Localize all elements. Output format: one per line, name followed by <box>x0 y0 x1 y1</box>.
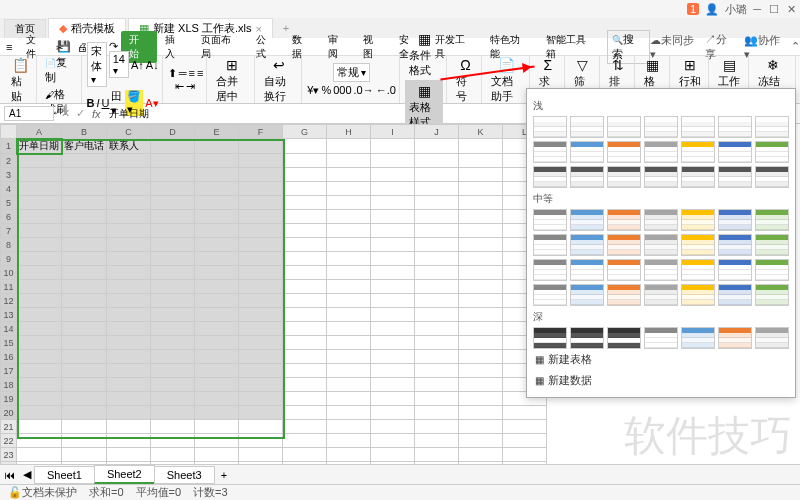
collapse-ribbon-icon[interactable]: ⌃ <box>791 40 800 53</box>
style-thumb[interactable] <box>533 209 567 231</box>
style-thumb[interactable] <box>570 259 604 281</box>
align-left-icon[interactable]: ≡ <box>188 67 194 79</box>
style-thumb[interactable] <box>681 166 715 188</box>
copy-button[interactable]: 📄复制 <box>42 54 78 86</box>
style-thumb[interactable] <box>681 141 715 163</box>
style-thumb[interactable] <box>533 284 567 306</box>
currency-icon[interactable]: ¥▾ <box>307 84 319 97</box>
cut-button[interactable]: ✂ <box>53 42 67 54</box>
fx-icon[interactable]: fx <box>88 108 105 120</box>
style-thumb[interactable] <box>607 166 641 188</box>
style-thumb[interactable] <box>607 141 641 163</box>
sheet-tab-2[interactable]: Sheet2 <box>94 465 155 484</box>
add-sheet[interactable]: + <box>215 469 233 481</box>
doc-helper-button[interactable]: 📄文档助手 <box>487 54 525 106</box>
wrap-button[interactable]: ↩自动换行 <box>260 54 298 106</box>
style-thumb[interactable] <box>644 166 678 188</box>
style-thumb[interactable] <box>607 234 641 256</box>
merge-button[interactable]: ⊞合并居中 <box>212 54 250 106</box>
style-thumb[interactable] <box>533 259 567 281</box>
comma-icon[interactable]: 000 <box>333 84 351 96</box>
cancel-icon[interactable]: ✕ <box>58 107 73 120</box>
style-thumb[interactable] <box>718 209 752 231</box>
confirm-icon[interactable]: ✓ <box>73 107 88 120</box>
style-thumb[interactable] <box>644 327 678 349</box>
style-thumb[interactable] <box>570 141 604 163</box>
style-thumb[interactable] <box>570 284 604 306</box>
style-thumb[interactable] <box>755 141 789 163</box>
align-top-icon[interactable]: ⬆ <box>168 67 177 80</box>
style-thumb[interactable] <box>607 259 641 281</box>
paste-button[interactable]: 📋粘贴 <box>7 54 33 106</box>
style-thumb[interactable] <box>644 141 678 163</box>
style-thumb[interactable] <box>644 234 678 256</box>
style-thumb[interactable] <box>681 116 715 138</box>
style-thumb[interactable] <box>570 166 604 188</box>
style-thumb[interactable] <box>718 259 752 281</box>
close-icon[interactable]: ✕ <box>787 3 796 16</box>
size-select[interactable]: 14 ▾ <box>109 51 129 78</box>
name-box[interactable] <box>4 106 54 121</box>
condfmt-button[interactable]: ▦条件格式 <box>405 28 443 80</box>
tab-template[interactable]: ◆稻壳模板 <box>48 18 126 38</box>
style-thumb[interactable] <box>570 327 604 349</box>
min-icon[interactable]: ─ <box>753 3 761 16</box>
increase-font-icon[interactable]: A↑ <box>131 59 144 71</box>
style-thumb[interactable] <box>681 234 715 256</box>
style-thumb[interactable] <box>607 116 641 138</box>
percent-icon[interactable]: % <box>321 84 331 96</box>
indent-inc-icon[interactable]: ⇥ <box>186 80 195 93</box>
style-thumb[interactable] <box>755 327 789 349</box>
style-thumb[interactable] <box>644 284 678 306</box>
style-thumb[interactable] <box>570 234 604 256</box>
new-data-link[interactable]: ▦ 新建数据 <box>533 370 789 391</box>
align-mid-icon[interactable]: ═ <box>179 67 187 79</box>
style-thumb[interactable] <box>607 284 641 306</box>
style-thumb[interactable] <box>644 209 678 231</box>
tab-nav-prev[interactable]: ◀ <box>19 468 35 481</box>
style-thumb[interactable] <box>718 141 752 163</box>
style-thumb[interactable] <box>533 141 567 163</box>
style-thumb[interactable] <box>681 284 715 306</box>
tab-nav-first[interactable]: ⏮ <box>0 469 19 481</box>
dec-inc-icon[interactable]: .0→ <box>354 84 374 96</box>
menu-icon[interactable]: ≡ <box>0 41 18 53</box>
style-thumb[interactable] <box>570 209 604 231</box>
style-thumb[interactable] <box>644 259 678 281</box>
style-thumb[interactable] <box>533 116 567 138</box>
max-icon[interactable]: ☐ <box>769 3 779 16</box>
user-avatar[interactable]: 👤 <box>705 3 719 16</box>
font-select[interactable]: 宋体 ▾ <box>87 42 107 87</box>
numfmt-select[interactable]: 常规 ▾ <box>333 63 371 82</box>
style-thumb[interactable] <box>718 284 752 306</box>
style-thumb[interactable] <box>718 116 752 138</box>
style-thumb[interactable] <box>755 259 789 281</box>
align-center-icon[interactable]: ≡ <box>197 67 203 79</box>
decrease-font-icon[interactable]: A↓ <box>146 59 159 71</box>
sheet-tab-1[interactable]: Sheet1 <box>34 466 95 484</box>
style-thumb[interactable] <box>533 327 567 349</box>
style-thumb[interactable] <box>681 327 715 349</box>
new-table-link[interactable]: ▦ 新建表格 <box>533 349 789 370</box>
style-thumb[interactable] <box>718 166 752 188</box>
symbol-button[interactable]: Ω符号 <box>452 54 478 106</box>
style-thumb[interactable] <box>755 284 789 306</box>
indent-dec-icon[interactable]: ⇤ <box>175 80 184 93</box>
style-thumb[interactable] <box>533 234 567 256</box>
style-thumb[interactable] <box>755 166 789 188</box>
sheet-tab-3[interactable]: Sheet3 <box>154 466 215 484</box>
style-thumb[interactable] <box>570 116 604 138</box>
style-thumb[interactable] <box>533 166 567 188</box>
style-thumb[interactable] <box>718 327 752 349</box>
style-thumb[interactable] <box>718 234 752 256</box>
dec-dec-icon[interactable]: ←.0 <box>376 84 396 96</box>
style-thumb[interactable] <box>755 234 789 256</box>
spreadsheet-grid[interactable]: ABCDEFGHIJKL 1开单日期客户电话联系人 2 3 4 5 6 7 8 … <box>0 124 547 464</box>
style-thumb[interactable] <box>755 209 789 231</box>
protect-status[interactable]: 🔓文档未保护 <box>8 485 77 500</box>
style-thumb[interactable] <box>644 116 678 138</box>
style-thumb[interactable] <box>607 209 641 231</box>
style-thumb[interactable] <box>681 209 715 231</box>
style-thumb[interactable] <box>755 116 789 138</box>
style-thumb[interactable] <box>607 327 641 349</box>
